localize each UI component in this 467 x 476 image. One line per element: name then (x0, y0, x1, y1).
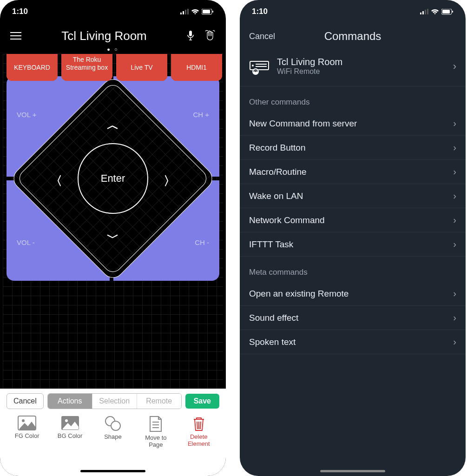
trash-icon (192, 416, 206, 431)
fg-color-tool[interactable]: FG Color (8, 416, 46, 448)
cancel-button[interactable]: Cancel (249, 32, 275, 41)
svg-point-11 (65, 419, 68, 422)
tool-label: FG Color (15, 432, 39, 439)
menu-icon[interactable] (10, 32, 21, 40)
item-label: IFTTT Task (249, 239, 293, 250)
chevron-right-icon: › (453, 166, 456, 177)
navbar: Tcl Living Room (0, 23, 226, 48)
item-label: Record Button (249, 143, 305, 153)
edit-toolbar: Cancel Actions Selection Remote Save FG … (0, 389, 226, 476)
status-time: 1:10 (252, 7, 268, 16)
chevron-right-icon: › (453, 191, 456, 201)
chevron-right-icon: › (453, 60, 456, 73)
svg-line-17 (197, 422, 197, 429)
hdmi1-button[interactable]: HDMI1 (171, 54, 222, 81)
roku-button[interactable]: The Roku (61, 54, 112, 65)
navbar: Cancel Commands (240, 23, 466, 49)
seg-selection[interactable]: Selection (92, 394, 137, 409)
dpad-left-icon[interactable]: 〈 (50, 173, 62, 189)
chevron-right-icon: › (453, 118, 456, 129)
svg-rect-2 (185, 10, 186, 14)
image-icon (61, 416, 79, 430)
svg-point-28 (252, 65, 254, 66)
shapes-icon (105, 416, 121, 431)
svg-point-9 (22, 419, 25, 422)
list-item[interactable]: Wake on LAN› (240, 184, 466, 208)
status-icons (420, 9, 454, 15)
list-item[interactable]: Spoken text› (240, 330, 466, 354)
svg-rect-25 (442, 10, 450, 13)
page-title: Commands (324, 30, 381, 43)
status-bar: 1:10 (0, 0, 226, 23)
device-name: Tcl Living Room (277, 57, 342, 67)
left-phone: 1:10 Tcl Living Room ● ○ HOME PLAY PAUSE… (0, 0, 226, 476)
item-label: Wake on LAN (249, 191, 303, 201)
chevron-right-icon: › (453, 312, 456, 323)
battery-icon (441, 9, 454, 15)
device-row[interactable]: Tcl Living Room WiFi Remote › (240, 49, 466, 86)
status-bar: 1:10 (240, 0, 466, 23)
svg-rect-5 (203, 10, 210, 13)
list-item[interactable]: IFTTT Task› (240, 232, 466, 257)
bg-color-tool[interactable]: BG Color (52, 416, 89, 448)
tool-label: BG Color (58, 432, 82, 439)
item-label: Sound effect (249, 313, 298, 323)
status-time: 1:10 (12, 7, 28, 16)
list-item[interactable]: Sound effect› (240, 306, 466, 330)
svg-point-13 (111, 421, 120, 430)
seg-remote[interactable]: Remote (137, 394, 181, 409)
enter-button[interactable]: Enter (78, 143, 148, 214)
item-label: Macro/Routine (249, 167, 307, 177)
wifi-icon (431, 9, 439, 15)
section-other: Other commands (240, 86, 466, 112)
keyboard-button[interactable]: KEYBOARD (7, 54, 58, 81)
item-label: New Command from server (249, 119, 357, 129)
chevron-right-icon: › (453, 288, 456, 299)
wifi-icon (191, 9, 199, 15)
livetv-button[interactable]: Live TV (116, 54, 167, 81)
battery-icon (202, 9, 214, 15)
shape-tool[interactable]: Shape (94, 416, 132, 448)
dpad-up-icon[interactable]: ︿ (107, 117, 119, 133)
save-button[interactable]: Save (185, 394, 219, 409)
tool-label: Delete Element (180, 433, 217, 447)
page-icon (149, 416, 163, 432)
item-label: Spoken text (249, 337, 296, 347)
chevron-right-icon: › (453, 239, 456, 250)
list-item[interactable]: Network Command› (240, 208, 466, 232)
svg-rect-21 (422, 11, 424, 14)
list-item[interactable]: Open an existing Remote› (240, 282, 466, 306)
dpad-down-icon[interactable]: ﹀ (107, 230, 119, 246)
svg-rect-6 (212, 11, 213, 13)
mic-icon[interactable] (187, 30, 194, 41)
svg-rect-26 (452, 11, 453, 13)
list-item[interactable]: Macro/Routine› (240, 160, 466, 184)
pager-dots: ● ○ (0, 46, 226, 52)
hand-icon[interactable] (204, 30, 216, 42)
svg-rect-7 (189, 31, 192, 36)
right-phone: 1:10 Cancel Commands Tcl Living Room WiF… (240, 0, 466, 476)
svg-line-19 (200, 422, 201, 429)
dpad-right-icon[interactable]: 〉 (164, 173, 176, 189)
seg-actions[interactable]: Actions (48, 394, 92, 409)
svg-rect-1 (183, 11, 184, 14)
home-indicator (320, 470, 385, 472)
list-item[interactable]: Record Button› (240, 136, 466, 160)
svg-rect-20 (420, 13, 421, 14)
home-indicator (80, 470, 145, 472)
list-item[interactable]: New Command from server› (240, 112, 466, 136)
tool-label: Shape (104, 433, 122, 440)
chevron-right-icon: › (453, 337, 456, 347)
chevron-right-icon: › (453, 215, 456, 225)
device-icon (249, 60, 270, 73)
move-page-tool[interactable]: Move to Page (137, 416, 174, 448)
signal-icon (180, 9, 189, 14)
item-label: Network Command (249, 215, 325, 225)
signal-icon (420, 9, 428, 14)
delete-element-tool[interactable]: Delete Element (180, 416, 217, 448)
tool-label: Move to Page (137, 434, 174, 448)
device-subtitle: WiFi Remote (277, 67, 342, 76)
remote-canvas: HOME PLAY PAUSE MUTE VOL + CH + VOL - CH… (3, 54, 223, 389)
cancel-button[interactable]: Cancel (7, 393, 44, 409)
page-title: Tcl Living Room (61, 29, 147, 43)
